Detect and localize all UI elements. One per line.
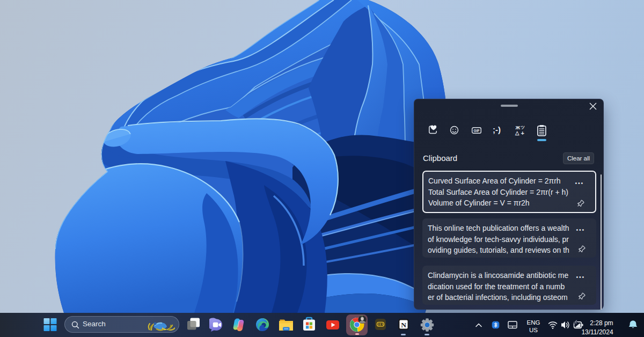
svg-text:GIF: GIF xyxy=(474,129,480,133)
svg-text:+: + xyxy=(521,130,524,136)
svg-text:;-): ;-) xyxy=(493,125,501,134)
svg-text:△: △ xyxy=(515,130,519,136)
svg-text:N: N xyxy=(401,321,406,329)
svg-text:Ж: Ж xyxy=(515,124,521,130)
